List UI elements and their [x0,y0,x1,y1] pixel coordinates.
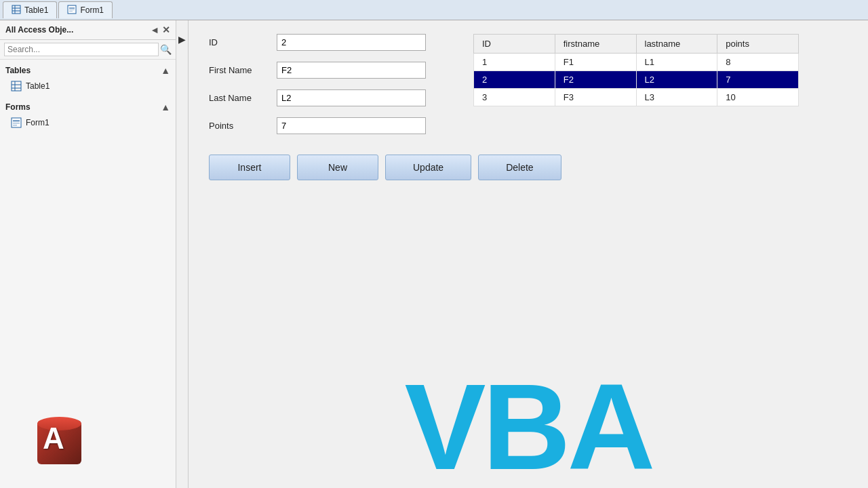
data-table: ID firstname lastname points 1F1L182F2L2… [473,34,799,106]
firstname-input[interactable] [277,62,426,79]
content-main: ID First Name Last Name Points [189,20,868,488]
sidebar: All Access Obje... ◄ ✕ 🔍 Tables ▲ [0,20,176,488]
tab-form1[interactable]: Form1 [58,1,113,18]
sidebar-close-icon[interactable]: ✕ [162,24,170,35]
col-id: ID [474,35,555,54]
sidebar-tables-header[interactable]: Tables ▲ [0,62,176,79]
points-label: Points [209,121,270,131]
buttons-area: Insert New Update Delete [189,141,868,194]
access-a-letter: A [43,422,64,455]
form-table-area: ID First Name Last Name Points [189,20,868,141]
update-button[interactable]: Update [385,155,471,180]
id-input[interactable] [277,34,426,51]
col-points: points [717,35,799,54]
col-firstname: firstname [555,35,636,54]
svg-rect-0 [12,5,20,14]
content-inner: ▶ ID First Name Last Name [176,20,868,488]
table-row[interactable]: 1F1L18 [474,54,799,71]
tables-toggle-icon: ▲ [161,65,170,76]
vba-area: VBA [189,194,868,488]
table1-label: Table1 [26,81,50,91]
search-input[interactable] [4,43,159,56]
sidebar-header: All Access Obje... ◄ ✕ [0,20,176,40]
form-fields: ID First Name Last Name Points [209,34,453,134]
tab-form1-label: Form1 [80,5,104,15]
points-field-row: Points [209,117,453,134]
lastname-input[interactable] [277,89,426,106]
form1-label: Form1 [26,118,50,127]
forms-toggle-icon: ▲ [161,102,170,113]
points-input[interactable] [277,117,426,134]
id-label: ID [209,37,270,47]
firstname-label: First Name [209,65,270,75]
svg-rect-13 [13,120,20,122]
form1-icon [11,117,22,128]
svg-rect-7 [69,11,73,12]
sidebar-header-icons: ◄ ✕ [150,24,170,35]
tables-label: Tables [5,66,31,75]
data-table-area: ID firstname lastname points 1F1L182F2L2… [473,34,848,134]
access-logo: A [17,407,85,474]
sidebar-item-form1[interactable]: Form1 [0,115,176,130]
svg-rect-5 [69,7,75,9]
sidebar-item-table1[interactable]: Table1 [0,79,176,94]
svg-rect-6 [69,9,75,10]
table1-icon [11,81,22,92]
sidebar-title: All Access Obje... [5,25,73,35]
form-tab-icon [67,5,77,16]
id-field-row: ID [209,34,453,51]
tab-table1-label: Table1 [24,5,48,15]
svg-rect-14 [13,123,20,124]
firstname-field-row: First Name [209,62,453,79]
insert-button[interactable]: Insert [209,155,290,180]
tab-table1[interactable]: Table1 [3,1,57,18]
col-lastname: lastname [636,35,717,54]
sidebar-forms-header[interactable]: Forms ▲ [0,99,176,115]
lastname-label: Last Name [209,93,270,103]
access-logo-area: A [17,407,85,474]
forms-label: Forms [5,102,31,112]
delete-button[interactable]: Delete [478,155,561,180]
nav-right-arrow-icon[interactable]: ▶ [178,34,186,45]
table-header-row: ID firstname lastname points [474,35,799,54]
main-container: All Access Obje... ◄ ✕ 🔍 Tables ▲ [0,20,868,488]
new-button[interactable]: New [297,155,378,180]
svg-rect-15 [13,125,17,126]
svg-rect-8 [12,81,21,91]
sidebar-tables-section: Tables ▲ Table1 [0,60,176,96]
sidebar-expand-icon[interactable]: ◄ [150,24,159,35]
search-box: 🔍 [0,40,176,60]
search-button[interactable]: 🔍 [160,44,172,55]
lastname-field-row: Last Name [209,89,453,106]
vba-text: VBA [404,366,652,488]
table-row[interactable]: 2F2L27 [474,71,799,89]
table-row[interactable]: 3F3L310 [474,89,799,106]
tab-bar: Table1 Form1 [0,0,868,20]
nav-column: ▶ [176,20,189,488]
table-icon [12,5,21,16]
sidebar-forms-section: Forms ▲ Form1 [0,96,176,133]
